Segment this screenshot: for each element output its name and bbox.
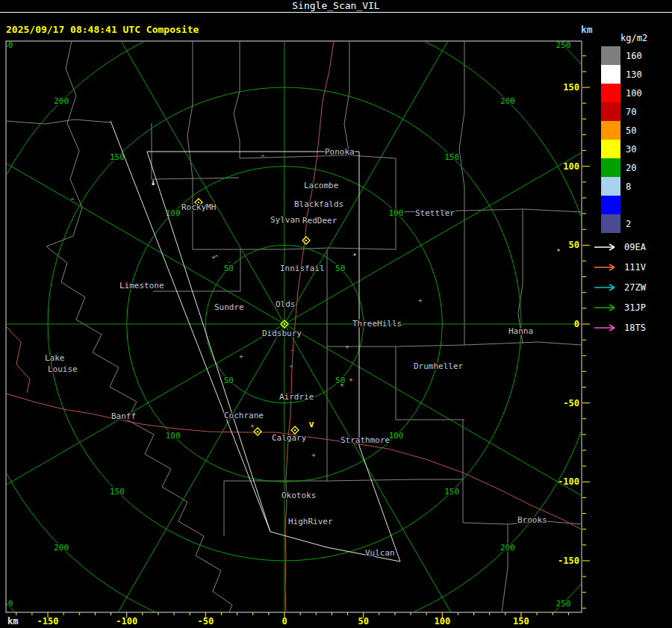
range-ring-label: 250 [0, 599, 13, 609]
range-ring-label: 250 [556, 599, 571, 609]
colorbar-value-label: 20 [626, 163, 636, 173]
radar-legend-entry: 18TS [594, 317, 646, 338]
radar-id-label: 09EA [624, 242, 646, 252]
colorbar-swatch [601, 196, 620, 214]
range-ring-label: 100 [166, 431, 181, 441]
right-axis-label: 0 [574, 319, 579, 329]
bottom-axis-label: -50 [198, 616, 214, 627]
county-boundary [46, 41, 82, 246]
range-ring-label: 100 [388, 208, 403, 218]
radar-site-dot [305, 240, 307, 241]
city-label: Airdrie [279, 392, 314, 402]
colorbar-swatch [601, 84, 620, 102]
highway-line [6, 394, 582, 529]
right-axis-label: 100 [563, 161, 579, 172]
town-mark-icon: + [250, 422, 255, 429]
colorbar-swatch [601, 140, 620, 158]
radar-id-label: 27ZW [624, 282, 646, 293]
city-label: Olds [276, 299, 296, 309]
range-ring [0, 0, 672, 628]
bottom-axis-label: 150 [513, 616, 529, 627]
right-axis-label: 50 [569, 240, 579, 250]
radar-site-dot [284, 323, 285, 325]
town-mark-icon: + [345, 343, 349, 350]
radar-arrow-icon [594, 241, 620, 253]
motion-arrow-icon: v [308, 419, 314, 429]
right-axis-label: -100 [558, 476, 579, 487]
range-ring-label: 200 [500, 96, 515, 106]
map-frame [6, 41, 582, 612]
colorbar-entry: 130 [601, 65, 642, 84]
range-ring-label: 150 [110, 487, 125, 497]
colorbar-value-label: 160 [626, 51, 642, 61]
radar-id-label: 31JP [624, 302, 646, 313]
town-mark-icon: ^ [261, 154, 265, 161]
colorbar-entry: 100 [601, 84, 642, 102]
right-axis-label: -150 [558, 556, 579, 566]
radar-arrow-icon [594, 322, 620, 334]
map-layers: 5050505010010010010015015015015020020020… [0, 0, 672, 628]
colorbar-swatch [601, 121, 620, 140]
county-boundary [46, 246, 232, 612]
bottom-axis-label: 50 [358, 616, 368, 627]
colorbar-swatch [601, 65, 620, 84]
right-axis-label: 150 [563, 82, 579, 93]
city-label: Sylvan [270, 215, 300, 225]
town-mark-icon: + [418, 296, 423, 304]
county-boundary [327, 249, 464, 346]
town-mark-icon: * [556, 248, 560, 255]
county-boundary [193, 248, 396, 249]
city-label: Sundre [214, 302, 244, 312]
highway-line [6, 326, 30, 393]
colorbar-entry: 160 [601, 46, 642, 65]
city-label: Strathmore [340, 435, 390, 445]
radar-legend-entry: 09EA [594, 237, 646, 257]
colorbar-entry: 2 [601, 214, 642, 233]
bottom-axis-label: 0 [281, 616, 287, 627]
county-boundary [464, 342, 582, 345]
radar-arrow-icon [594, 261, 620, 273]
radar-site-dot [257, 431, 258, 432]
county-boundary [6, 119, 111, 124]
radar-arrow-icon [594, 282, 620, 293]
radar-id-label: 18TS [624, 323, 646, 333]
colorbar-swatch [601, 214, 620, 233]
radar-site-dot [294, 429, 296, 431]
town-mark-icon: + [349, 376, 353, 383]
range-ring-label: 150 [444, 487, 459, 497]
range-ring-label: 50 [335, 264, 345, 273]
county-boundary [396, 346, 464, 420]
town-mark-icon: + [340, 381, 344, 388]
radar-legend: 09EA111V27ZW31JP18TS [594, 237, 646, 338]
bottom-axis-label: -100 [116, 616, 137, 627]
colorbar: 1601301007050302082 [601, 46, 642, 233]
range-ring-label: 150 [110, 152, 125, 162]
range-spoke [0, 3, 284, 324]
city-label: Drumheller [414, 361, 464, 371]
range-spoke [284, 324, 672, 628]
town-mark-icon: ^ [70, 197, 75, 205]
colorbar-value-label: 130 [626, 69, 642, 80]
colorbar-swatch [601, 158, 620, 177]
town-mark-icon: * [352, 252, 356, 260]
range-ring-label: 200 [54, 543, 69, 553]
colorbar-entry: 70 [601, 102, 642, 121]
town-mark-icon: . [290, 345, 293, 352]
colorbar-value-label: 2 [626, 219, 631, 229]
range-spoke [0, 0, 284, 324]
colorbar-entry [601, 196, 642, 214]
town-mark-icon: + [311, 451, 316, 458]
coverage-outline [111, 121, 270, 532]
county-boundary [459, 41, 582, 212]
county-boundary [234, 41, 349, 158]
highway-line [285, 41, 334, 612]
city-label: Brooks [517, 515, 547, 525]
right-axis-label: -50 [563, 398, 579, 408]
city-label: Lacombe [304, 181, 338, 190]
city-label: Blackfalds [294, 199, 343, 209]
city-label: Cochrane [224, 411, 264, 420]
range-ring-label: 100 [388, 431, 403, 441]
city-label: Calgary [272, 433, 307, 443]
colorbar-swatch [601, 177, 620, 196]
range-ring-label: 250 [556, 40, 571, 50]
